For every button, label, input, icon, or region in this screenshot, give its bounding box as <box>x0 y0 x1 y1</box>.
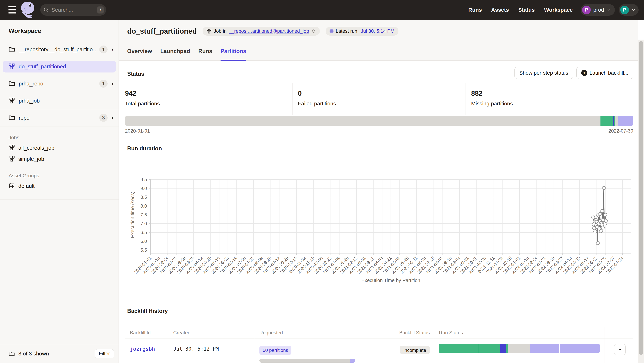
nav-item-assets[interactable]: Assets <box>491 7 509 13</box>
sidebar-item-simple_job[interactable]: simple_job <box>0 154 118 164</box>
nav-item-runs[interactable]: Runs <box>468 7 482 13</box>
backfill-requested-cell: 60 partitions 2020-01-01 2022-07-30 <box>254 339 363 363</box>
stat-label: Missing partitions <box>471 100 633 107</box>
data-point[interactable] <box>603 223 606 226</box>
column-header-expand <box>604 327 633 338</box>
backfill-id-link[interactable]: jozrgsbh <box>130 346 155 352</box>
filter-button[interactable]: Filter <box>94 349 114 358</box>
job-icon <box>9 156 15 162</box>
run-status-dot <box>330 29 334 33</box>
run-status-cell <box>434 339 604 363</box>
repo-job-count-badge: 1 <box>99 46 108 54</box>
repo-list: __repository__do_stuff_partitio…1▾do_stu… <box>0 41 118 126</box>
job-icon <box>206 28 212 34</box>
nav-item-status[interactable]: Status <box>518 7 535 13</box>
latest-run-link[interactable]: Jul 30, 5:14 PM <box>361 28 395 34</box>
data-point[interactable] <box>601 226 604 229</box>
bar-segment <box>530 344 559 353</box>
reload-icon[interactable] <box>311 29 316 34</box>
user-avatar: P <box>620 6 629 14</box>
scrollbar-thumb[interactable] <box>639 41 643 355</box>
sidebar-item-do_stuff_partitioned[interactable]: do_stuff_partitioned <box>0 58 118 75</box>
column-header-requested: Requested <box>254 327 363 338</box>
caret-down-icon[interactable]: ▾ <box>112 47 114 52</box>
folder-icon <box>9 114 15 121</box>
sidebar-item-all_cereals_job[interactable]: all_cereals_job <box>0 142 118 154</box>
expand-row-button[interactable] <box>614 344 626 355</box>
dagster-logo[interactable] <box>20 1 36 18</box>
folder-icon <box>9 80 15 87</box>
sidebar-footer: 3 of 3 shown Filter <box>0 344 118 363</box>
chevron-down-icon <box>631 8 636 12</box>
job-icon <box>9 98 15 104</box>
bar-segment <box>615 116 618 126</box>
sidebar-item-__repository__do_stuff_partitio-[interactable]: __repository__do_stuff_partitio…1▾ <box>0 41 118 58</box>
sidebar-item-repo[interactable]: repo3▾ <box>0 109 118 126</box>
search-input[interactable]: Search... / <box>40 4 106 16</box>
svg-text:Execution Time by Partition: Execution Time by Partition <box>362 278 420 283</box>
plus-icon: + <box>581 70 587 76</box>
show-per-step-status-button[interactable]: Show per-step status <box>514 67 573 79</box>
menu-icon[interactable] <box>8 6 16 14</box>
section-label-asset-groups: Asset Groups <box>0 164 118 180</box>
data-point[interactable] <box>592 216 595 219</box>
requested-partitions-chip[interactable]: 60 partitions <box>260 346 292 355</box>
page-header: do_stuff_partitioned Job in __reposi…art… <box>127 26 398 36</box>
caret-down-icon[interactable]: ▾ <box>112 116 114 120</box>
folder-icon <box>9 46 15 53</box>
svg-text:6.5: 6.5 <box>140 230 147 235</box>
tab-runs[interactable]: Runs <box>198 46 212 61</box>
data-point[interactable] <box>604 213 607 216</box>
data-point[interactable] <box>598 212 601 216</box>
job-origin-prefix: Job in <box>214 28 227 34</box>
nav-item-workspace[interactable]: Workspace <box>544 7 573 13</box>
tab-bar: OverviewLaunchpadRunsPartitions <box>127 46 246 61</box>
chevron-down-icon <box>606 8 611 12</box>
data-point[interactable] <box>601 210 604 212</box>
search-icon <box>44 7 49 12</box>
svg-text:Execution time (secs): Execution time (secs) <box>130 192 135 238</box>
backfill-created-cell: Jul 30, 5:12 PM <box>168 339 254 363</box>
sidebar-item-prha_job[interactable]: prha_job <box>0 92 118 109</box>
bar-segment <box>600 116 613 126</box>
data-point[interactable] <box>594 230 597 233</box>
status-heading: Status <box>127 71 144 77</box>
run-status-bar[interactable] <box>439 344 600 353</box>
sidebar-item-prha_repo[interactable]: prha_repo1▾ <box>0 75 118 92</box>
bar-segment <box>260 359 350 363</box>
bar-segment <box>613 116 614 126</box>
data-point[interactable] <box>604 219 608 222</box>
sidebar-item-label: do_stuff_partitioned <box>19 64 110 70</box>
sidebar-item-label: default <box>18 183 34 189</box>
data-point[interactable] <box>592 226 596 230</box>
tab-launchpad[interactable]: Launchpad <box>160 46 190 61</box>
active-job-pill[interactable]: do_stuff_partitioned <box>3 60 116 72</box>
bar-segment <box>508 344 530 353</box>
partition-status-bar[interactable] <box>125 116 633 126</box>
svg-text:8.0: 8.0 <box>140 203 147 209</box>
column-header-created: Created <box>168 327 254 338</box>
svg-text:5.5: 5.5 <box>140 247 147 253</box>
partition-range-start: 2020-01-01 <box>125 128 150 134</box>
job-icon <box>9 144 15 151</box>
job-origin-link[interactable]: __reposi…artitioned@partitioned_job <box>229 28 309 34</box>
data-point[interactable] <box>599 230 602 233</box>
user-menu[interactable]: P <box>619 4 638 16</box>
bar-segment <box>479 344 500 353</box>
sidebar-item-label: prha_job <box>19 98 114 104</box>
launch-backfill-button[interactable]: + Launch backfill... <box>576 67 633 79</box>
job-icon <box>9 63 15 70</box>
scrollbar[interactable] <box>638 40 644 363</box>
latest-run-pill: Latest run: Jul 30, 5:14 PM <box>326 26 398 36</box>
deployment-switcher[interactable]: P prod <box>581 4 615 16</box>
data-point[interactable] <box>596 242 600 245</box>
data-point[interactable] <box>602 186 605 190</box>
sidebar-item-default[interactable]: default <box>0 180 118 192</box>
tab-overview[interactable]: Overview <box>127 46 152 61</box>
caret-down-icon[interactable]: ▾ <box>112 81 114 86</box>
tab-partitions[interactable]: Partitions <box>220 46 246 61</box>
svg-text:8.5: 8.5 <box>140 194 147 200</box>
page-title: do_stuff_partitioned <box>127 27 197 35</box>
backfill-table: Backfill IdCreatedRequestedBackfill Stat… <box>125 327 633 363</box>
stat-total-partitions: 942Total partitions <box>125 83 292 115</box>
